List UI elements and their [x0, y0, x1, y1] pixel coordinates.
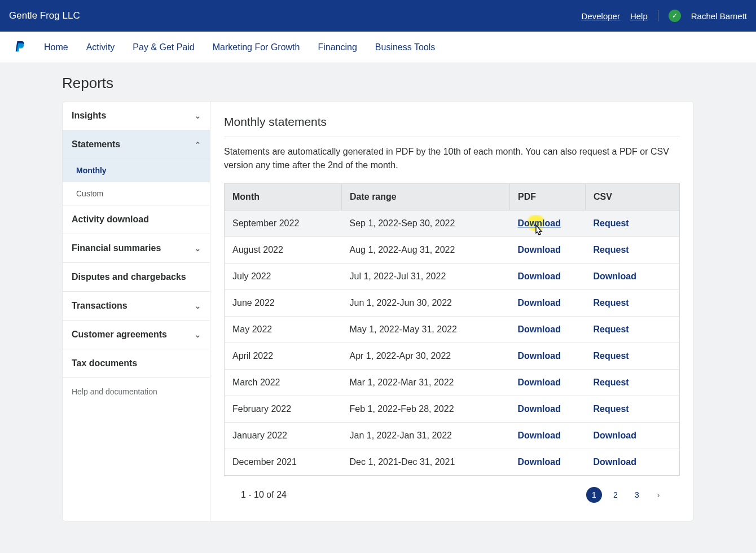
content-description: Statements are automatically generated i…	[224, 145, 680, 172]
sidebar-activity-download[interactable]: Activity download	[63, 205, 210, 234]
sidebar-label: Financial summaries	[72, 243, 161, 253]
cell-month: May 2022	[225, 317, 342, 343]
th-month: Month	[225, 184, 342, 210]
paypal-logo-icon[interactable]	[14, 40, 26, 55]
pdf-download-link[interactable]: Download	[518, 324, 561, 334]
avatar-icon[interactable]: ✓	[669, 10, 681, 22]
cell-pdf: Download	[510, 237, 586, 264]
cell-month: August 2022	[225, 237, 342, 264]
table-row: January 2022Jan 1, 2022-Jan 31, 2022Down…	[225, 423, 680, 449]
help-link[interactable]: Help	[630, 11, 648, 21]
cell-pdf: Download	[510, 449, 586, 476]
csv-action-link[interactable]: Request	[594, 298, 629, 308]
pdf-download-link[interactable]: Download	[518, 404, 561, 414]
pdf-download-link[interactable]: Download	[518, 351, 561, 361]
cell-date-range: Mar 1, 2022-Mar 31, 2022	[342, 370, 510, 396]
cell-pdf: Download	[510, 423, 586, 449]
cell-pdf: Download	[510, 343, 586, 370]
divider	[658, 10, 658, 21]
csv-action-link[interactable]: Request	[594, 324, 629, 334]
table-row: May 2022May 1, 2022-May 31, 2022Download…	[225, 317, 680, 343]
cell-pdf: Download	[510, 396, 586, 423]
page-2-button[interactable]: 2	[608, 487, 623, 503]
chevron-right-icon: ›	[657, 490, 660, 499]
sidebar-label: Tax documents	[72, 358, 137, 368]
content-heading: Monthly statements	[224, 115, 680, 137]
csv-action-link[interactable]: Download	[594, 431, 636, 440]
cell-date-range: May 1, 2022-May 31, 2022	[342, 317, 510, 343]
cell-month: June 2022	[225, 290, 342, 317]
cell-month: September 2022	[225, 210, 342, 237]
chevron-up-icon: ⌃	[195, 141, 201, 149]
cell-date-range: Jul 1, 2022-Jul 31, 2022	[342, 264, 510, 290]
table-row: September 2022Sep 1, 2022-Sep 30, 2022Do…	[225, 210, 680, 237]
cell-csv: Request	[586, 290, 680, 317]
nav-marketing[interactable]: Marketing For Growth	[213, 42, 300, 52]
csv-action-link[interactable]: Request	[594, 245, 629, 254]
table-row: December 2021Dec 1, 2021-Dec 31, 2021Dow…	[225, 449, 680, 476]
cell-date-range: Jun 1, 2022-Jun 30, 2022	[342, 290, 510, 317]
csv-action-link[interactable]: Request	[594, 351, 629, 361]
sidebar-statements-monthly[interactable]: Monthly	[63, 159, 210, 182]
csv-action-link[interactable]: Download	[594, 457, 636, 467]
cell-date-range: Aug 1, 2022-Aug 31, 2022	[342, 237, 510, 264]
chevron-down-icon: ⌄	[195, 331, 201, 339]
table-row: April 2022Apr 1, 2022-Apr 30, 2022Downlo…	[225, 343, 680, 370]
nav-home[interactable]: Home	[44, 42, 68, 52]
nav-financing[interactable]: Financing	[318, 42, 357, 52]
page-title: Reports	[62, 74, 694, 92]
sidebar-label: Activity download	[72, 214, 149, 225]
cell-date-range: Jan 1, 2022-Jan 31, 2022	[342, 423, 510, 449]
nav-pay-get-paid[interactable]: Pay & Get Paid	[133, 42, 194, 52]
cell-csv: Download	[586, 264, 680, 290]
cell-month: December 2021	[225, 449, 342, 476]
sidebar-help-docs[interactable]: Help and documentation	[63, 378, 210, 405]
sidebar-tax-documents[interactable]: Tax documents	[63, 349, 210, 378]
pdf-download-link[interactable]: Download	[518, 218, 561, 228]
sidebar-insights[interactable]: Insights ⌄	[63, 102, 210, 130]
page-next-button[interactable]: ›	[650, 487, 666, 503]
csv-action-link[interactable]: Download	[594, 271, 636, 281]
nav-activity[interactable]: Activity	[86, 42, 115, 52]
cell-csv: Request	[586, 317, 680, 343]
pdf-download-link[interactable]: Download	[518, 245, 561, 254]
cell-pdf: Download	[510, 264, 586, 290]
top-bar: Gentle Frog LLC Developer Help ✓ Rachel …	[0, 0, 756, 32]
sidebar-financial-summaries[interactable]: Financial summaries ⌄	[63, 234, 210, 263]
sidebar-transactions[interactable]: Transactions ⌄	[63, 292, 210, 321]
page-1-button[interactable]: 1	[586, 487, 602, 503]
table-row: August 2022Aug 1, 2022-Aug 31, 2022Downl…	[225, 237, 680, 264]
pdf-download-link[interactable]: Download	[518, 378, 561, 387]
csv-action-link[interactable]: Request	[594, 378, 629, 387]
pdf-download-link[interactable]: Download	[518, 431, 561, 440]
cell-csv: Request	[586, 396, 680, 423]
sidebar: Insights ⌄ Statements ⌃ Monthly Custom A…	[63, 102, 210, 521]
csv-action-link[interactable]: Request	[594, 404, 629, 414]
sidebar-label: Transactions	[72, 301, 128, 311]
developer-link[interactable]: Developer	[582, 11, 620, 21]
sidebar-disputes[interactable]: Disputes and chargebacks	[63, 263, 210, 292]
cell-csv: Request	[586, 370, 680, 396]
page-3-button[interactable]: 3	[629, 487, 645, 503]
table-row: July 2022Jul 1, 2022-Jul 31, 2022Downloa…	[225, 264, 680, 290]
cell-month: January 2022	[225, 423, 342, 449]
sidebar-statements-custom[interactable]: Custom	[63, 182, 210, 205]
csv-action-link[interactable]: Request	[594, 218, 629, 228]
pdf-download-link[interactable]: Download	[518, 457, 561, 467]
th-date-range: Date range	[342, 184, 510, 210]
table-row: June 2022Jun 1, 2022-Jun 30, 2022Downloa…	[225, 290, 680, 317]
pdf-download-link[interactable]: Download	[518, 271, 561, 281]
hover-highlight	[525, 215, 547, 231]
sidebar-customer-agreements[interactable]: Customer agreements ⌄	[63, 321, 210, 349]
statements-table: Month Date range PDF CSV September 2022S…	[224, 183, 680, 476]
nav-bar: Home Activity Pay & Get Paid Marketing F…	[0, 32, 756, 63]
sidebar-statements[interactable]: Statements ⌃	[63, 130, 210, 159]
nav-business-tools[interactable]: Business Tools	[375, 42, 435, 52]
pdf-download-link[interactable]: Download	[518, 298, 561, 308]
company-name: Gentle Frog LLC	[9, 10, 80, 21]
table-row: February 2022Feb 1, 2022-Feb 28, 2022Dow…	[225, 396, 680, 423]
cell-csv: Request	[586, 343, 680, 370]
sidebar-label: Disputes and chargebacks	[72, 272, 186, 282]
chevron-down-icon: ⌄	[195, 112, 201, 120]
user-name[interactable]: Rachel Barnett	[691, 11, 747, 21]
